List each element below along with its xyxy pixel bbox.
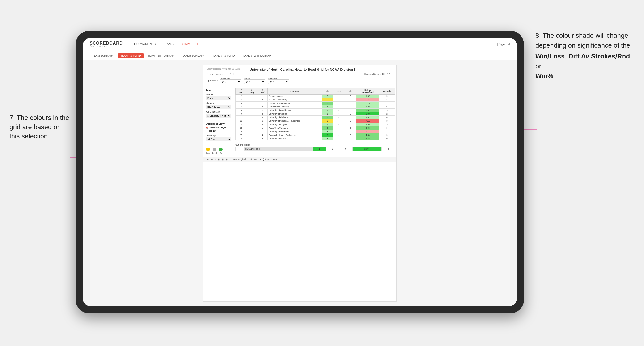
cell-reg (247, 133, 256, 137)
col-win-header: Win (322, 88, 333, 95)
cell-reg (247, 95, 256, 98)
paste-button[interactable]: ⊟ (222, 158, 224, 161)
cell-rank: 11 (236, 119, 247, 123)
cell-rounds (379, 102, 395, 105)
cell-rounds: 3 (379, 123, 395, 126)
cell-conf: 6 (256, 119, 268, 123)
cell-conf: 4 (256, 133, 268, 137)
cell-reg (247, 123, 256, 126)
cell-opponent: Florida State University (268, 105, 322, 109)
division-label: Division (206, 102, 231, 104)
opponent-select[interactable]: (All) (268, 79, 290, 84)
cell-opponent: University of Alabama (268, 116, 322, 119)
cell-reg (247, 105, 256, 109)
h2h-grid-table: #Rank #Reg #Conf Opponent Win Loss Tie D… (235, 88, 395, 141)
undo-button[interactable]: ↩ (206, 158, 209, 161)
cell-rounds: 8 (379, 116, 395, 119)
cell-loss: 0 (333, 116, 345, 119)
cell-conf: 1 (256, 95, 268, 98)
cell-rank: 15 (236, 133, 247, 137)
annotation-right: 8. The colour shade will change dependin… (536, 31, 634, 81)
annotation-right-title: 8. The colour shade will change dependin… (536, 32, 630, 49)
table-row: 9 3 University of Arizona 1 0 0 9.00 2 (236, 112, 395, 116)
cell-reg (247, 126, 256, 130)
cell-reg (247, 112, 256, 116)
redo-button[interactable]: ↪ (210, 158, 213, 161)
cell-diff: 1.83 (356, 105, 379, 109)
annotation-left: 7. The colours in the grid are based on … (10, 113, 71, 141)
watch-button[interactable]: 👁 Watch ▾ (250, 158, 261, 161)
share-button[interactable]: Share (271, 158, 277, 161)
table-row: 3 2 Vanderbilt University 0 4 0 -2.29 8 (236, 98, 395, 102)
cell-conf: 5 (256, 116, 268, 119)
division-select[interactable]: NCAA Division I (206, 105, 231, 109)
region-filter-label: Region (244, 77, 265, 79)
radio-top100[interactable]: Top 100 (206, 130, 231, 132)
nav-tournaments[interactable]: TOURNAMENTS (132, 41, 156, 47)
forward-button[interactable]: ⟩ (214, 158, 216, 161)
right-grid: #Rank #Reg #Conf Opponent Win Loss Tie D… (234, 86, 396, 157)
ood-diff: 26.00 (352, 147, 382, 151)
tab-team-summary[interactable]: TEAM SUMMARY (90, 53, 116, 58)
last-updated: Last Updated: 27/03/2024 16:55:28 (206, 68, 240, 70)
main-content: Last Updated: 27/03/2024 16:55:28 Univer… (82, 60, 517, 306)
cell-rank: 16 (236, 137, 247, 141)
cell-diff: 5.56 (356, 126, 379, 130)
tab-player-h2h-heatmap[interactable]: PLAYER H2H HEATMAP (239, 53, 274, 58)
tab-team-h2h-grid[interactable]: TEAM H2H GRID (118, 53, 144, 58)
table-row: 10 5 University of Alabama 3 0 0 2.61 8 (236, 116, 395, 119)
cell-tie: 0 (345, 116, 356, 119)
logo-subtitle: Powered by clippd (90, 45, 123, 47)
gender-select[interactable]: Men's (206, 96, 231, 100)
nav-committee[interactable]: COMMITTEE (180, 41, 199, 47)
cell-opponent: University of Washington (268, 109, 322, 112)
comment-button[interactable]: 💬 (263, 158, 266, 161)
out-of-division: Out of division NCAA Division II 1 0 0 (235, 143, 395, 152)
colour-by-select[interactable]: Win/loss (206, 137, 231, 141)
cell-opponent: University of Arkansas, Fayetteville (268, 119, 322, 123)
timer-button[interactable]: ⊙ (226, 158, 228, 161)
sign-out-button[interactable]: | Sign out (497, 42, 510, 46)
cell-tie: 0 (345, 98, 356, 102)
tab-player-summary[interactable]: PLAYER SUMMARY (178, 53, 208, 58)
cell-rounds (379, 130, 395, 133)
cell-rounds: 12 (379, 105, 395, 109)
table-row: 14 University of Oklahoma 3 1 0 -1.00 (236, 130, 395, 133)
legend-level: Level (212, 148, 217, 154)
ood-win: 1 (313, 147, 326, 151)
radio-opponents-played[interactable]: Opponents Played (206, 127, 231, 129)
cell-diff: 2.33 (356, 123, 379, 126)
conference-select[interactable]: (All) (220, 79, 241, 84)
cell-win: 5 (322, 102, 333, 105)
left-sidebar: Team Gender Men's Division NCAA Division… (203, 86, 234, 157)
cell-diff: -2.29 (356, 98, 379, 102)
cell-loss: 1 (333, 119, 345, 123)
overall-record: Overall Record: 89 - 17 - 0 (206, 73, 234, 75)
cell-diff: 2.61 (356, 116, 379, 119)
cell-conf (256, 130, 268, 133)
copy-button[interactable]: ⊞ (218, 158, 220, 161)
bottom-toolbar: ↩ ↪ ⟩ ⊞ ⊟ ⊙ View: Original 👁 Watch ▾ 💬 ⊞… (203, 157, 396, 162)
school-select[interactable]: 1. University of Nort... (206, 114, 231, 118)
logo: SCOREBOARD Powered by clippd (90, 41, 123, 47)
legend-down-label: Down (206, 152, 210, 154)
cell-diff: 4.50 (356, 133, 379, 137)
nav-teams[interactable]: TEAMS (163, 41, 174, 47)
team-section: Team Gender Men's Division NCAA Division… (206, 89, 231, 120)
tab-team-h2h-heatmap[interactable]: TEAM H2H HEATMAP (145, 53, 177, 58)
cell-loss: 1 (333, 137, 345, 141)
cell-win: 1 (322, 109, 333, 112)
cell-reg (247, 130, 256, 133)
cell-rank: 3 (236, 98, 247, 102)
col-reg-header: #Reg (247, 88, 256, 95)
cell-loss: 0 (333, 133, 345, 137)
tab-player-h2h-grid[interactable]: PLAYER H2H GRID (209, 53, 238, 58)
cell-tie: 0 (345, 105, 356, 109)
cell-conf: 3 (256, 123, 268, 126)
grid-button[interactable]: ⊞ (268, 158, 269, 161)
opponent-view-section: Opponent View Opponents Played Top 100 (206, 122, 231, 132)
school-label: School (Rank) (206, 111, 231, 113)
cell-diff: 2.28 (356, 102, 379, 105)
region-select[interactable]: (All) (244, 79, 265, 84)
cell-rank: 2 (236, 95, 247, 98)
